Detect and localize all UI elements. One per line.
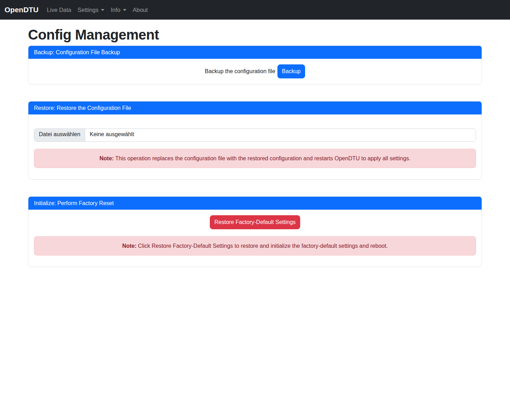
nav-item-live-data[interactable]: Live Data — [44, 4, 74, 16]
nav-label: Live Data — [47, 7, 71, 13]
main-content: Config Management Backup: Configuration … — [24, 27, 486, 267]
main-nav: Live Data Settings Info About — [44, 4, 151, 16]
navbar: OpenDTU Live Data Settings Info About — [0, 0, 510, 20]
note-prefix: Note: — [99, 155, 114, 161]
restore-card-header: Restore: Restore the Configuration File — [28, 102, 482, 114]
backup-card: Backup: Configuration File Backup Backup… — [28, 46, 482, 84]
factory-reset-card: Initialize: Perform Factory Reset Restor… — [28, 196, 482, 267]
factory-reset-note-alert: Note:Click Restore Factory-Default Setti… — [34, 236, 476, 255]
nav-label: Info — [111, 7, 120, 13]
page-title: Config Management — [28, 27, 482, 43]
backup-label: Backup the configuration file — [205, 68, 275, 75]
backup-card-body: Backup the configuration file Backup — [28, 59, 482, 84]
backup-card-header: Backup: Configuration File Backup — [28, 46, 482, 59]
brand-opendtu[interactable]: OpenDTU — [5, 6, 39, 14]
note-text: Click Restore Factory-Default Settings t… — [138, 243, 388, 249]
factory-reset-card-body: Restore Factory-Default Settings Note:Cl… — [28, 210, 482, 267]
restore-card-body: Datei auswählen Keine ausgewählt Note:Th… — [28, 114, 482, 179]
note-text: This operation replaces the configuratio… — [115, 155, 411, 161]
factory-reset-card-header: Initialize: Perform Factory Reset — [28, 197, 482, 210]
restore-card: Restore: Restore the Configuration File … — [28, 101, 482, 180]
nav-item-info[interactable]: Info — [108, 4, 129, 16]
file-choose-button[interactable]: Datei auswählen — [34, 129, 85, 141]
nav-label: Settings — [78, 7, 99, 13]
chevron-down-icon — [101, 9, 104, 11]
factory-reset-button[interactable]: Restore Factory-Default Settings — [210, 215, 300, 229]
file-chosen-status: Keine ausgewählt — [85, 129, 138, 141]
chevron-down-icon — [123, 9, 126, 11]
restore-note-alert: Note:This operation replaces the configu… — [34, 149, 476, 168]
nav-item-about[interactable]: About — [130, 4, 151, 16]
nav-label: About — [133, 7, 148, 13]
backup-button[interactable]: Backup — [277, 64, 305, 78]
restore-file-input[interactable]: Datei auswählen Keine ausgewählt — [34, 128, 476, 142]
note-prefix: Note: — [122, 243, 137, 249]
nav-item-settings[interactable]: Settings — [75, 4, 108, 16]
